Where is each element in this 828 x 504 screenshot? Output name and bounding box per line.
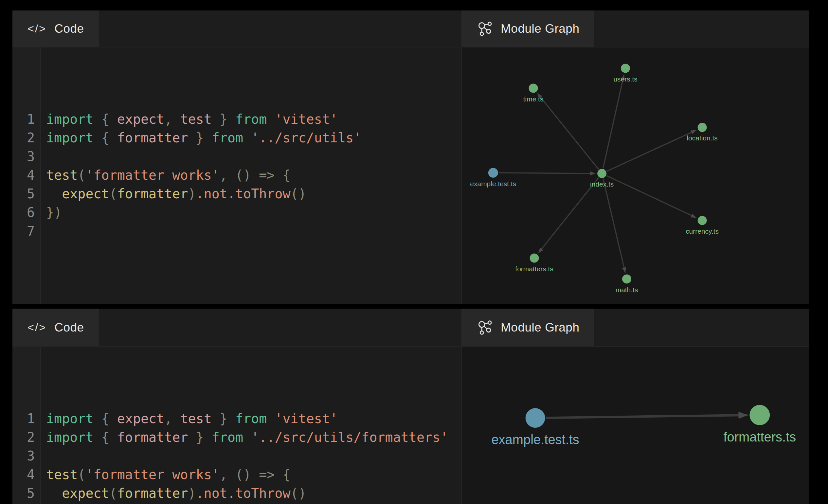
top-module-graph-canvas[interactable]: users.tstime.tslocation.tsexample.test.t… bbox=[462, 47, 809, 304]
code-token: 'vitest' bbox=[275, 411, 338, 426]
bottom-code-tab-label: Code bbox=[54, 321, 84, 334]
code-token: } bbox=[188, 430, 212, 445]
code-token: , () => { bbox=[219, 168, 291, 183]
top-code-panel: </> Code 1import { expect, test } from '… bbox=[12, 10, 461, 304]
bottom-module-graph-canvas[interactable]: example.test.tsformatters.ts bbox=[462, 347, 809, 504]
code-line-text: test('formatter works', () => { bbox=[40, 467, 291, 482]
code-token: , bbox=[164, 411, 180, 426]
code-line: 5 expect(formatter).not.toThrow() bbox=[12, 484, 461, 503]
code-token: ) bbox=[188, 486, 196, 501]
code-token: from bbox=[235, 112, 267, 127]
code-token bbox=[46, 186, 62, 201]
code-token bbox=[267, 411, 275, 426]
code-token: import bbox=[46, 411, 94, 426]
bottom-section: </> Code 1import { expect, test } from '… bbox=[12, 309, 809, 504]
bottom-graph-header: Module Graph bbox=[462, 309, 809, 347]
code-icon: </> bbox=[28, 321, 46, 334]
code-token: formatter bbox=[117, 130, 188, 145]
code-line-text: }) bbox=[40, 205, 62, 220]
top-code-tab: </> Code bbox=[12, 10, 99, 47]
graph-edge bbox=[607, 130, 696, 171]
code-token: from bbox=[212, 130, 243, 145]
code-token: { bbox=[94, 112, 117, 127]
code-line-text bbox=[40, 223, 46, 239]
graph-node[interactable] bbox=[526, 408, 545, 428]
line-number: 2 bbox=[12, 428, 40, 447]
module-graph-icon bbox=[477, 21, 493, 37]
graph-node[interactable] bbox=[529, 84, 538, 93]
code-line: 5 expect(formatter).not.toThrow() bbox=[12, 184, 461, 203]
code-token: import bbox=[46, 130, 94, 145]
code-token: .not.toThrow bbox=[196, 186, 291, 201]
graph-node-label: currency.ts bbox=[686, 227, 719, 235]
code-token: formatter bbox=[117, 186, 188, 201]
graph-node[interactable] bbox=[698, 216, 707, 225]
code-token bbox=[46, 486, 62, 501]
code-token bbox=[243, 130, 251, 145]
code-line: 6}) bbox=[12, 203, 461, 222]
line-number: 7 bbox=[12, 222, 40, 241]
bottom-code-header: </> Code bbox=[12, 309, 461, 347]
code-token: expect bbox=[117, 411, 165, 426]
graph-edge bbox=[546, 415, 748, 418]
code-token: () bbox=[291, 186, 306, 201]
app-frame: </> Code 1import { expect, test } from '… bbox=[0, 0, 828, 504]
code-token: { bbox=[94, 430, 117, 445]
code-line: 3 bbox=[12, 447, 461, 465]
graph-node-label: math.ts bbox=[616, 286, 638, 294]
line-number: 3 bbox=[12, 147, 40, 166]
code-token: } bbox=[212, 112, 235, 127]
line-number: 5 bbox=[12, 184, 40, 203]
code-line: 7 bbox=[12, 222, 461, 241]
code-token: expect bbox=[62, 186, 109, 201]
top-graph-header: Module Graph bbox=[462, 10, 809, 47]
code-line: 2import { formatter } from '../src/utils… bbox=[12, 428, 461, 447]
code-token: test bbox=[180, 112, 211, 127]
graph-node[interactable] bbox=[597, 169, 607, 178]
line-number: 2 bbox=[12, 129, 40, 147]
graph-node[interactable] bbox=[621, 64, 630, 73]
code-icon: </> bbox=[28, 22, 46, 35]
graph-edge bbox=[538, 177, 598, 253]
top-section: </> Code 1import { expect, test } from '… bbox=[12, 10, 809, 304]
graph-node-label: location.ts bbox=[687, 134, 717, 142]
line-number: 5 bbox=[12, 484, 40, 503]
code-line-text: import { formatter } from '../src/utils' bbox=[40, 130, 361, 145]
code-token: from bbox=[212, 430, 243, 445]
graph-node[interactable] bbox=[749, 405, 770, 425]
code-token: } bbox=[212, 411, 235, 426]
graph-node-label: example.test.ts bbox=[470, 180, 516, 187]
code-line-text: import { expect, test } from 'vitest' bbox=[40, 112, 338, 127]
code-token: { bbox=[94, 130, 117, 145]
graph-node[interactable] bbox=[488, 168, 498, 178]
code-line: 1import { expect, test } from 'vitest' bbox=[12, 410, 461, 428]
code-token: , () => { bbox=[219, 467, 291, 482]
module-graph-icon bbox=[477, 320, 493, 335]
bottom-graph-panel: Module Graph example.test.tsformatters.t… bbox=[461, 309, 809, 504]
graph-node[interactable] bbox=[698, 123, 707, 132]
graph-node-label: index.ts bbox=[590, 180, 614, 188]
top-code-editor[interactable]: 1import { expect, test } from 'vitest'2i… bbox=[12, 47, 461, 304]
code-line-text: import { formatter } from '../src/utils/… bbox=[40, 430, 448, 445]
graph-node-label: time.ts bbox=[523, 95, 544, 103]
bottom-code-editor[interactable]: 1import { expect, test } from 'vitest'2i… bbox=[12, 347, 461, 504]
code-token: from bbox=[235, 411, 267, 426]
top-code-header: </> Code bbox=[12, 10, 461, 47]
code-line-text bbox=[40, 448, 46, 463]
bottom-code-tab: </> Code bbox=[12, 309, 99, 346]
graph-node-label: users.ts bbox=[613, 75, 637, 83]
graph-node-label: example.test.ts bbox=[491, 432, 579, 447]
code-line: 3 bbox=[12, 147, 461, 166]
bottom-code-panel: </> Code 1import { expect, test } from '… bbox=[12, 309, 461, 504]
graph-edge bbox=[607, 176, 696, 218]
graph-node[interactable] bbox=[622, 274, 631, 284]
code-line: 1import { expect, test } from 'vitest' bbox=[12, 110, 461, 129]
bottom-graph-tab: Module Graph bbox=[462, 309, 594, 346]
line-number: 4 bbox=[12, 166, 40, 184]
graph-node[interactable] bbox=[530, 254, 539, 263]
line-number: 1 bbox=[12, 110, 40, 129]
code-line-text: test('formatter works', () => { bbox=[40, 168, 291, 183]
graph-edge bbox=[537, 93, 598, 170]
code-token: , bbox=[164, 112, 180, 127]
top-graph-panel: Module Graph users.tstime.tslocation.tse… bbox=[461, 10, 809, 304]
